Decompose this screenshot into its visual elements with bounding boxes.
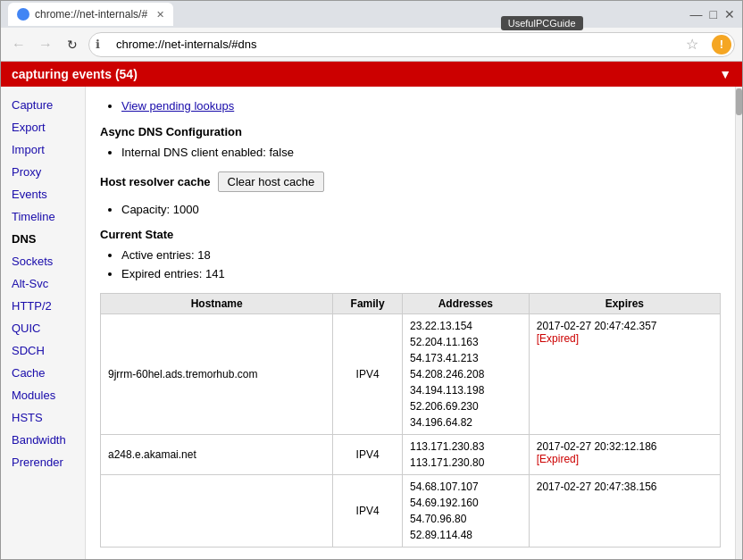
async-dns-list: Internal DNS client enabled: false [121,144,721,163]
addresses-cell: 23.22.13.154 52.204.11.163 54.173.41.213… [402,313,529,434]
hostname-cell: a248.e.akamai.net [101,434,333,474]
sidebar-item-sdch[interactable]: SDCH [1,339,85,362]
back-button[interactable]: ← [8,34,29,55]
host-resolver-label: Host resolver cache [100,175,211,188]
capacity-item: Capacity: 1000 [121,201,721,220]
sidebar-item-alt-svc[interactable]: Alt-Svc [1,272,85,295]
close-button[interactable]: ✕ [724,7,735,21]
expired-label: [Expired] [537,332,713,345]
tab-close-button[interactable]: ✕ [156,9,164,21]
clear-host-cache-button[interactable]: Clear host cache [218,171,325,192]
sidebar-item-capture[interactable]: Capture [1,94,85,116]
addresses-header: Addresses [402,293,529,313]
sidebar-item-http2[interactable]: HTTP/2 [1,295,85,317]
expires-cell: 2017-02-27 20:47:42.357[Expired] [529,313,720,434]
tab-label: chrome://net-internals/# [35,8,147,21]
address-bar-wrap: ℹ ☆ ! [88,32,735,57]
sidebar-item-cache[interactable]: Cache [1,362,85,384]
info-icon: ℹ [96,38,100,51]
usefulpcguide-badge: UsefulPCGuide [501,16,583,30]
internal-dns-item: Internal DNS client enabled: false [121,144,721,163]
table-row: 9jrrm-60hel.ads.tremorhub.comIPV423.22.1… [101,313,721,434]
sidebar-item-events[interactable]: Events [1,183,85,205]
forward-button[interactable]: → [35,34,56,55]
bookmark-button[interactable]: ☆ [681,34,703,55]
state-list: Active entries: 18 Expired entries: 141 [121,247,721,284]
async-dns-title: Async DNS Configuration [100,125,721,138]
reload-button[interactable]: ↻ [62,34,83,55]
content-area: View pending lookups Async DNS Configura… [86,87,735,559]
window-frame: chrome://net-internals/# ✕ UsefulPCGuide… [0,0,743,560]
view-pending-link[interactable]: View pending lookups [121,99,234,113]
hostname-cell [101,474,333,547]
current-state-title: Current State [100,228,721,241]
sidebar-item-quic[interactable]: QUIC [1,317,85,339]
sidebar: Capture Export Import Proxy Events Timel… [1,87,86,559]
expires-header: Expires [529,293,720,313]
minimize-button[interactable]: — [690,7,703,21]
table-row: a248.e.akamai.netIPV4113.171.230.83 113.… [101,434,721,474]
hostname-cell: 9jrrm-60hel.ads.tremorhub.com [101,313,333,434]
addresses-cell: 113.171.230.83 113.171.230.80 [402,434,529,474]
sidebar-item-hsts[interactable]: HSTS [1,406,85,429]
family-header: Family [333,293,403,313]
sidebar-item-sockets[interactable]: Sockets [1,250,85,272]
capacity-list: Capacity: 1000 [121,201,721,220]
host-resolver-row: Host resolver cache Clear host cache [100,171,721,192]
sidebar-item-timeline[interactable]: Timeline [1,205,85,228]
hostname-header: Hostname [101,293,333,313]
table-header-row: Hostname Family Addresses Expires [101,293,721,313]
event-bar-label: capturing events (54) [12,67,138,81]
expired-entries-item: Expired entries: 141 [121,265,721,284]
sidebar-item-modules[interactable]: Modules [1,384,85,406]
sidebar-item-proxy[interactable]: Proxy [1,161,85,183]
scrollbar-thumb[interactable] [736,88,742,115]
sidebar-item-bandwidth[interactable]: Bandwidth [1,429,85,451]
scrollbar-track[interactable] [735,87,742,559]
title-bar-left: chrome://net-internals/# ✕ [8,3,173,26]
addresses-cell: 54.68.107.107 54.69.192.160 54.70.96.80 … [402,474,529,547]
main-layout: Capture Export Import Proxy Events Timel… [1,87,742,559]
family-cell: IPV4 [333,474,403,547]
warning-button[interactable]: ! [712,35,731,54]
window-controls: — □ ✕ [690,7,735,21]
sidebar-item-prerender[interactable]: Prerender [1,451,85,473]
title-bar: chrome://net-internals/# ✕ UsefulPCGuide… [1,1,742,28]
dns-table: Hostname Family Addresses Expires 9jrrm-… [100,293,721,547]
expires-cell: 2017-02-27 20:32:12.186[Expired] [529,434,720,474]
sidebar-item-dns[interactable]: DNS [1,228,85,250]
tab-favicon [17,8,29,21]
address-input[interactable] [88,32,735,57]
toolbar: ← → ↻ ℹ ☆ ! [1,28,742,62]
event-bar: capturing events (54) ▼ [1,62,742,87]
browser-tab[interactable]: chrome://net-internals/# ✕ [8,3,173,26]
expires-cell: 2017-02-27 20:47:38.156 [529,474,720,547]
maximize-button[interactable]: □ [710,7,717,21]
family-cell: IPV4 [333,313,403,434]
expired-label: [Expired] [537,453,713,465]
pending-lookups-list: View pending lookups [121,97,721,116]
active-entries-item: Active entries: 18 [121,247,721,265]
table-row: IPV454.68.107.107 54.69.192.160 54.70.96… [101,474,721,547]
family-cell: IPV4 [333,434,403,474]
event-bar-arrow[interactable]: ▼ [719,67,731,81]
sidebar-item-import[interactable]: Import [1,138,85,161]
sidebar-item-export[interactable]: Export [1,116,85,138]
